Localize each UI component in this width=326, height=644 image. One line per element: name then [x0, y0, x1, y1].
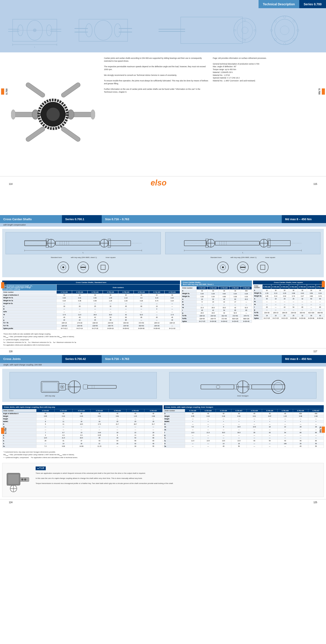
page2-tables: Cross Cardan Shafts, Standard bore Pleas… [0, 280, 326, 331]
keyway-joint-illustration: with key-way [39, 372, 127, 398]
th-please-indicate: Please indicate compressed length „S",ex… [3, 284, 57, 291]
svg-point-57 [11, 110, 16, 120]
table-row: d₂——————— [3, 428, 163, 431]
table-row: B ——————4— [3, 308, 180, 310]
svg-rect-127 [88, 385, 116, 388]
table-row: S₁ = S₂ 165+15174+20198+25234+30303+4037… [3, 322, 180, 324]
special-material: Special material: X 17 CrNi 16-2 [213, 76, 317, 79]
table-row: t₁————————— [164, 436, 324, 439]
val: 30 [72, 294, 87, 296]
desc-col-2: Page 148 provides information on surface… [213, 57, 317, 94]
side-label-right-text: 0.700 [318, 88, 321, 94]
svg-point-145 [22, 479, 23, 480]
label-key-way-r: with key-way (DIN 6885, sheet 1) [230, 256, 256, 258]
val: 30 [103, 294, 118, 296]
page1-main-content: Cardan joints and cardan shafts accordin… [0, 52, 326, 176]
std-bore-table: Please indicate compressed length „S",ex… [2, 284, 180, 330]
label-key-way: with key-way (DIN 6885, sheet 1) [71, 256, 97, 258]
table3-title: Cross Cardan Shafts, Inner square [253, 280, 324, 284]
joint-keyway-diagram: with key-way [6, 372, 161, 398]
desc-para-2: The respective permissible maximum speed… [104, 65, 208, 71]
svg-point-111 [222, 266, 224, 268]
table2-title: Cross Cardan Shafts, Bore with key-way D… [181, 280, 252, 286]
hex-joint-illustration: Inner hexagon [199, 372, 287, 398]
table-row: S₁=S₂198+25234+30301+40372+50475+70 [181, 314, 252, 317]
table-row: Weight for S₁ 0.200.310.501.092.134.06.2… [3, 296, 180, 299]
table-row: Height————————— [164, 418, 324, 420]
table-row: g——————— [253, 308, 325, 311]
val: 30 [165, 294, 180, 296]
table-row: Spline profile 8×7×10.26×17×146×17×166×2… [3, 327, 180, 330]
val: 30 [149, 294, 165, 296]
tip-label: ● T I P [36, 466, 46, 470]
page-1: Technical Description Series 0.700 [0, 0, 326, 214]
table-row: S—141621253240 [3, 442, 163, 445]
tip-joint-image [6, 466, 30, 493]
joint-inner-hex-diagram: Inner hexagon [165, 372, 320, 398]
svg-marker-136 [216, 385, 220, 389]
table-row: f13.521.530.530.53543546666 [164, 431, 324, 434]
table-row: Weight for S₂ 0.240.360.591.202.284.286.… [3, 299, 180, 302]
diagram-left-svg: L [6, 232, 161, 254]
left-diagrams: L Standard bore with key-way (DIN 6885, … [6, 232, 161, 274]
table-row: Weight S₂0.380.344.980.380.33 [181, 295, 252, 298]
page3-number-left: 124 [9, 501, 13, 504]
svg-point-140 [274, 382, 283, 391]
table-row: t₁13.521.530.535435466 [3, 436, 163, 439]
label-inner-sq: Inner square [106, 256, 116, 258]
table-row: Spline8×17×256×26×386×28×426×29×458×36×4… [181, 320, 252, 323]
cross-joints-series: Series 0.700.42 [62, 355, 102, 363]
cross-section-2 [77, 261, 90, 274]
header-left-spacer [0, 0, 258, 8]
page3-subheader: single, with rapid-change coupling, DIN … [0, 363, 326, 366]
table-row: d₂——————— [253, 303, 325, 306]
side-label-left: 0.700 [1, 88, 8, 94]
svg-rect-52 [60, 82, 81, 98]
table-row: Weight S₁0.340.294.640.340.28 [181, 292, 252, 295]
page-number-right: 115 [313, 183, 317, 185]
tip-para-2: In this case the use of a rapid-change c… [36, 477, 173, 480]
svg-text:L: L [83, 252, 84, 254]
page3-tables: Cross Joints, with rapid-change coupling… [0, 404, 326, 449]
joint-keyway-svg: with key-way [10, 372, 157, 398]
svg-rect-14 [79, 19, 128, 41]
left-diagram-labels: Standard bore with key-way (DIN 6885, sh… [51, 256, 115, 258]
elso-logo: elso [151, 178, 175, 190]
table-row: d₂ 17.521.526.533.54252.5—17.5 [3, 313, 180, 316]
tip-text-content: ● T I P There are application examples i… [36, 466, 173, 494]
diagram-right-svg: L [165, 232, 320, 254]
tip-para-3: Torque transmission is ensured via a hex… [36, 482, 173, 485]
section-md: Md max 8 – 450 Nm [282, 215, 326, 223]
orange-tab-right [322, 88, 325, 94]
cross-section-views-right [216, 261, 269, 274]
table-row: Height——————— [3, 418, 163, 420]
orange-tab-p3-right [322, 426, 325, 433]
table-row: S₁=S₂234+30165+15198+25234+30303+40422+1… [253, 311, 325, 314]
svg-point-36 [283, 42, 286, 45]
inner-sq-table: Order number 0.763.103 0.725.194 0.735.1… [253, 284, 325, 320]
shaft-diagram-right: L [182, 233, 304, 254]
th-0725163: 0.725.163 [165, 291, 180, 294]
svg-text:L: L [34, 46, 35, 48]
table-row: B6101217— [181, 301, 252, 303]
svg-point-35 [283, 16, 286, 18]
table-row: d₁——————— [3, 425, 163, 428]
table-row: δ30303030450 [181, 290, 252, 292]
desc-columns: Cardan joints and cardan shafts accordin… [104, 57, 317, 94]
svg-point-24 [237, 22, 253, 39]
page3-number-right: 125 [313, 501, 317, 504]
page-2: Cross Cardan Shafts Series 0.700.1 Size … [0, 214, 326, 354]
table-row: Md/MC+++++++++ [164, 420, 324, 423]
table-row: t₂11.513.513.513.54054404683 [164, 439, 324, 442]
page1-header: Technical Description Series 0.700 [0, 0, 326, 8]
table-row: δ30303030303030 [253, 289, 325, 292]
label-inner-sq-r: Inner square [265, 256, 275, 258]
svg-point-27 [244, 39, 246, 41]
orange-tab-p2-right [322, 281, 325, 287]
tech-info: Page 148 provides information on surface… [213, 57, 317, 60]
joint-hex-svg: Inner hexagon [169, 372, 317, 398]
cross-r-3 [256, 261, 269, 274]
svg-point-29 [254, 30, 256, 31]
cross-joints-md: Md max 8 – 450 Nm [282, 355, 326, 363]
right-diagram-labels: Standard bore with key-way (DIN 6885, sh… [210, 256, 275, 258]
